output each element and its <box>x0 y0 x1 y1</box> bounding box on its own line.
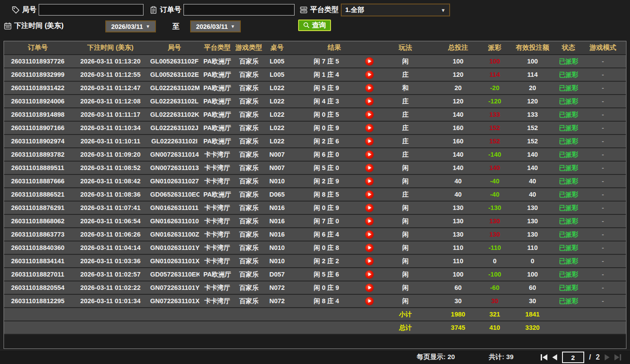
result-cell: 闲 5 庄 6 <box>291 268 361 281</box>
replay-cell <box>361 108 377 121</box>
status-cell: 已派彩 <box>558 108 579 121</box>
table-number-cell: L022 <box>263 121 291 135</box>
valid-bet-cell: 140 <box>507 161 558 174</box>
game-mode-cell: - <box>579 161 626 174</box>
valid-bet-cell: 140 <box>507 148 558 161</box>
date-to-picker[interactable]: 2026/03/11 ▼ <box>190 20 241 32</box>
play-type-cell: 闲 <box>377 228 434 241</box>
replay-play-icon[interactable] <box>365 270 374 279</box>
table-number-cell: N072 <box>263 281 291 294</box>
status-cell: 已派彩 <box>558 188 579 201</box>
bet-time-cell: 2026-03-11 01:01:34 <box>72 294 149 308</box>
play-type-cell: 闲 <box>377 201 434 214</box>
total-bet-cell: 130 <box>434 201 482 214</box>
result-cell: 闲 5 庄 0 <box>291 161 361 174</box>
order-number-cell: 260311018876291 <box>4 201 72 214</box>
game-type-cell: 百家乐 <box>235 268 263 281</box>
replay-play-icon[interactable] <box>365 230 374 239</box>
replay-play-icon[interactable] <box>365 71 374 79</box>
replay-play-icon[interactable] <box>365 150 374 159</box>
game-type-cell: 百家乐 <box>235 294 263 308</box>
game-mode-cell: - <box>579 241 626 254</box>
bet-time-cell: 2026-03-11 01:09:20 <box>72 148 149 161</box>
first-page-button[interactable] <box>541 354 547 360</box>
replay-cell <box>361 148 377 161</box>
replay-play-icon[interactable] <box>365 204 374 212</box>
replay-play-icon[interactable] <box>365 124 374 132</box>
replay-play-icon[interactable] <box>365 217 374 226</box>
game-mode-cell: - <box>579 55 626 68</box>
replay-play-icon[interactable] <box>365 164 374 172</box>
platform-cell: PA欧洲厅 <box>199 68 235 81</box>
replay-play-icon[interactable] <box>365 84 374 92</box>
last-page-button[interactable] <box>614 354 621 360</box>
play-type-cell: 庄 <box>377 135 434 148</box>
total-bet-cell: 110 <box>434 241 482 254</box>
table-number-cell: D065 <box>263 188 291 201</box>
status-cell: 已派彩 <box>558 68 579 81</box>
replay-play-icon[interactable] <box>365 137 374 146</box>
platform-type-select[interactable]: 1.全部 ▼ <box>341 4 450 16</box>
table-row: 260311018868062 2026-03-11 01:06:54 GN01… <box>4 214 626 228</box>
play-type-cell: 庄 <box>377 121 434 135</box>
total-bet-cell: 100 <box>434 268 482 281</box>
table-row: 260311018863773 2026-03-11 01:06:26 GN01… <box>4 228 626 241</box>
game-type-cell: 百家乐 <box>235 254 263 268</box>
game-type-cell: 百家乐 <box>235 68 263 81</box>
total-valid: 3320 <box>507 321 558 334</box>
platform-cell: 卡卡湾厅 <box>199 241 235 254</box>
order-number-cell: 260311018932999 <box>4 68 72 81</box>
replay-play-icon[interactable] <box>365 177 374 186</box>
table-row: 260311018820554 2026-03-11 01:02:22 GN07… <box>4 281 626 294</box>
prev-page-button[interactable] <box>552 354 557 360</box>
date-from-picker[interactable]: 2026/03/11 ▼ <box>105 20 156 32</box>
round-number-cell: GN0102631101Y <box>149 241 199 254</box>
round-number-cell: GL0222631102K <box>149 108 199 121</box>
page-number-input[interactable] <box>562 352 584 363</box>
col-valid-bet: 有效投注额 <box>507 41 558 55</box>
order-number-input[interactable] <box>183 4 295 16</box>
round-number-cell: GD057263110EK <box>149 268 199 281</box>
replay-play-icon[interactable] <box>365 284 374 292</box>
col-table-number: 桌号 <box>263 41 291 55</box>
order-number-cell: 260311018868062 <box>4 214 72 228</box>
replay-play-icon[interactable] <box>365 97 374 106</box>
payout-cell: -100 <box>482 268 507 281</box>
search-button[interactable]: 查询 <box>298 20 331 31</box>
platform-cell: 卡卡湾厅 <box>199 228 235 241</box>
replay-play-icon[interactable] <box>365 190 374 199</box>
table-number-cell: D057 <box>263 268 291 281</box>
col-bet-time: 下注时间 (美东) <box>72 41 149 55</box>
valid-bet-cell: 133 <box>507 108 558 121</box>
game-mode-cell: - <box>579 81 626 95</box>
next-page-button[interactable] <box>605 354 610 360</box>
game-mode-cell: - <box>579 188 626 201</box>
chevron-down-icon: ▼ <box>231 24 235 29</box>
play-type-cell: 闲 <box>377 161 434 174</box>
replay-cell <box>361 135 377 148</box>
table-row: 260311018812295 2026-03-11 01:01:34 GN07… <box>4 294 626 308</box>
table-row: 260311018902974 2026-03-11 01:10:11 GL02… <box>4 135 626 148</box>
valid-bet-cell: 130 <box>507 228 558 241</box>
replay-play-icon[interactable] <box>365 57 374 66</box>
replay-play-icon[interactable] <box>365 257 374 265</box>
total-bet-cell: 140 <box>434 161 482 174</box>
table-number-cell: N016 <box>263 201 291 214</box>
round-number-filter: 局号 <box>12 4 144 16</box>
valid-bet-cell: 130 <box>507 201 558 214</box>
valid-bet-cell: 110 <box>507 241 558 254</box>
replay-play-icon[interactable] <box>365 244 374 252</box>
payout-cell: 114 <box>482 68 507 81</box>
result-cell: 闲 4 庄 3 <box>291 95 361 108</box>
replay-play-icon[interactable] <box>365 111 374 119</box>
platform-cell: PA欧洲厅 <box>199 135 235 148</box>
round-number-input[interactable] <box>39 4 144 16</box>
table-row: 260311018876291 2026-03-11 01:07:41 GN01… <box>4 201 626 214</box>
subtotal-valid: 1841 <box>507 308 558 321</box>
platform-cell: 卡卡湾厅 <box>199 294 235 308</box>
total-label: 总计 <box>377 321 434 334</box>
total-bet-cell: 20 <box>434 81 482 95</box>
replay-play-icon[interactable] <box>365 297 374 305</box>
bet-time-cell: 2026-03-11 01:10:34 <box>72 121 149 135</box>
result-cell: 闲 7 庄 0 <box>291 214 361 228</box>
